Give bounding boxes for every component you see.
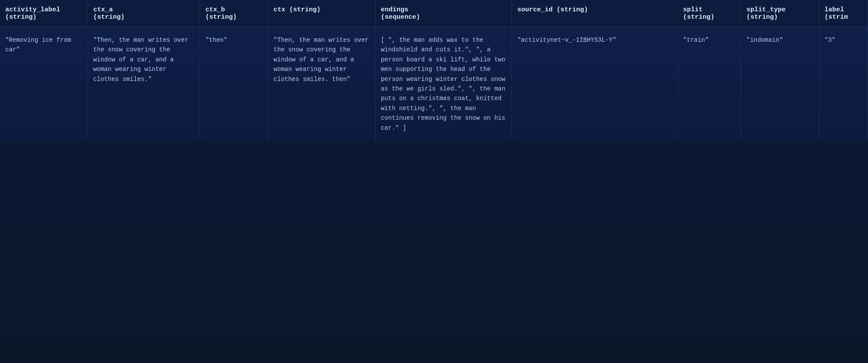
column-header-ctx-b: ctx_b(string) [200, 0, 268, 27]
cell-split: "train" [678, 27, 741, 141]
table-row: "Removing ice from car""Then, the man wr… [0, 27, 868, 141]
table-container: activity_label(string) ctx_a(string) ctx… [0, 0, 868, 363]
column-header-label: label(strim [819, 0, 868, 27]
column-header-ctx-a: ctx_a(string) [88, 0, 200, 27]
cell-source_id: "activitynet~v_-1IBHYS3L-Y" [512, 27, 678, 141]
cell-endings: [ ", the man adds wax to the windshield … [375, 27, 512, 141]
cell-split_type: "indomain" [741, 27, 819, 141]
column-header-source-id: source_id (string) [512, 0, 678, 27]
cell-ctx_a: "Then, the man writes over the snow cove… [88, 27, 200, 141]
table-header-row: activity_label(string) ctx_a(string) ctx… [0, 0, 868, 27]
cell-ctx_b: "then" [200, 27, 268, 141]
column-header-split-type: split_type(string) [741, 0, 819, 27]
cell-label: "3" [819, 27, 868, 141]
data-table: activity_label(string) ctx_a(string) ctx… [0, 0, 868, 141]
column-header-endings: endings(sequence) [375, 0, 512, 27]
column-header-ctx: ctx (string) [268, 0, 375, 27]
column-header-split: split(string) [678, 0, 741, 27]
column-header-activity-label: activity_label(string) [0, 0, 88, 27]
cell-activity_label: "Removing ice from car" [0, 27, 88, 141]
cell-ctx: "Then, the man writes over the snow cove… [268, 27, 375, 141]
